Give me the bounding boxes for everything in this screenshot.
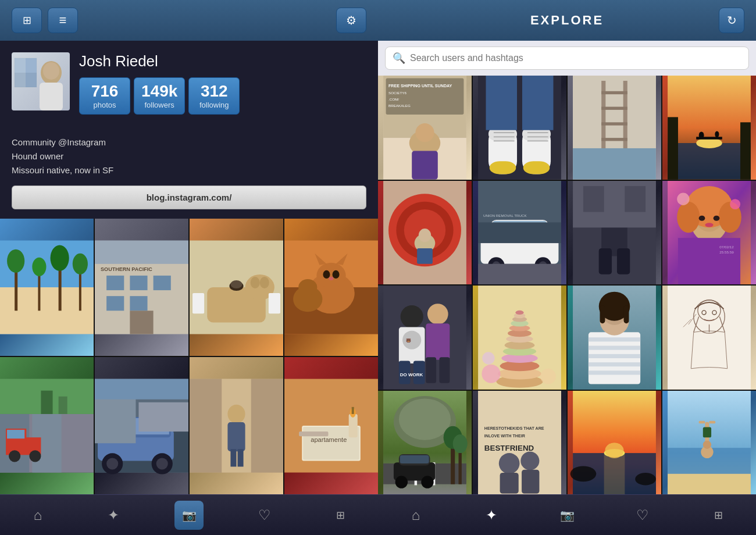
explore-photo-5[interactable] (378, 181, 472, 285)
grid-photo-2[interactable]: SOUTHERN PACIFIC (95, 219, 188, 356)
photos-count: 716 (87, 83, 123, 101)
grid-photo-8[interactable]: apartamente (284, 357, 378, 494)
left-nav-camera[interactable]: 📷 (174, 501, 204, 530)
left-nav-profile[interactable]: ⊞ (326, 501, 355, 530)
explore-photo-10[interactable] (473, 286, 566, 390)
svg-rect-210 (589, 354, 640, 358)
svg-rect-2 (15, 58, 26, 73)
following-stat[interactable]: 312 following (188, 77, 240, 115)
grid-photo-4[interactable] (284, 219, 378, 356)
right-nav-explore[interactable]: ✦ (477, 501, 506, 530)
left-nav-likes[interactable]: ♡ (250, 501, 279, 530)
right-nav-home[interactable]: ⌂ (401, 501, 430, 530)
svg-rect-73 (138, 402, 188, 431)
grid-photo-3[interactable] (190, 219, 283, 356)
refresh-button[interactable]: ↻ (719, 8, 744, 33)
followers-stat[interactable]: 149k followers (134, 77, 185, 115)
bio-line-3: Missouri native, now in SF (12, 165, 113, 175)
avatar (12, 52, 70, 110)
grid-photo-5[interactable] (0, 357, 94, 494)
bio-line-1: Community @Instagram (12, 137, 106, 147)
bio-text: Community @Instagram Hound owner Missour… (12, 135, 366, 177)
svg-point-201 (515, 311, 523, 315)
grid-photo-7[interactable] (190, 357, 283, 494)
right-nav-profile[interactable]: ⊞ (704, 501, 733, 530)
grid-view-button[interactable]: ⊞ (12, 8, 42, 33)
explore-photo-7[interactable] (568, 181, 661, 285)
right-nav-likes[interactable]: ♡ (628, 501, 657, 530)
svg-point-46 (333, 270, 340, 279)
explore-photo-1[interactable]: FREE SHIPPING UNTIL SUNDAY SOCIETY6 .COM… (378, 76, 472, 180)
left-bottom-nav: ⌂ ✦ 📷 ♡ ⊞ (0, 494, 378, 535)
profile-photo-grid: SOUTHERN PACIFIC (0, 219, 378, 494)
svg-rect-141 (417, 248, 433, 264)
home-icon: ⌂ (34, 507, 42, 523)
svg-rect-211 (589, 362, 640, 366)
star-icon: ✦ (108, 507, 119, 523)
explore-photo-4[interactable] (662, 76, 756, 180)
svg-text:SOUTHERN PACIFIC: SOUTHERN PACIFIC (101, 266, 152, 272)
right-nav-camera[interactable]: 📷 (552, 501, 582, 530)
followers-label: followers (141, 101, 177, 109)
left-nav-explore[interactable]: ✦ (99, 501, 128, 530)
explore-photo-6[interactable]: UNION REMOVAL TRUCK (473, 181, 566, 285)
explore-photo-3[interactable] (568, 76, 661, 180)
explore-photo-11[interactable] (568, 286, 661, 390)
explore-photo-16-image (662, 391, 756, 495)
grid-photo-1[interactable] (0, 219, 94, 356)
svg-rect-253 (522, 469, 539, 493)
svg-point-250 (499, 453, 520, 474)
right-panel: EXPLORE ↻ 🔍 FREE SHIPPING UNTIL SUNDAY S… (378, 0, 756, 535)
search-input[interactable] (410, 53, 741, 63)
svg-rect-90 (299, 431, 328, 436)
svg-rect-151 (478, 222, 561, 243)
gear-icon: ⚙ (346, 13, 356, 27)
explore-photo-6-image: UNION REMOVAL TRUCK (473, 181, 566, 285)
grid-photo-6[interactable] (95, 357, 188, 494)
svg-rect-186 (439, 357, 450, 383)
photos-stat[interactable]: 716 photos (79, 77, 130, 115)
explore-photo-13-image (378, 391, 472, 495)
svg-point-258 (635, 473, 656, 485)
menu-icon: ≡ (59, 13, 67, 28)
explore-photo-12[interactable] (662, 286, 756, 390)
explore-photo-15[interactable] (568, 391, 661, 495)
right-bottom-nav: ⌂ ✦ 📷 ♡ ⊞ (378, 494, 756, 535)
svg-rect-252 (500, 473, 519, 494)
svg-rect-106 (490, 161, 516, 174)
svg-point-133 (699, 131, 704, 138)
photo-3-image (190, 219, 283, 356)
svg-point-168 (699, 215, 705, 220)
explore-photo-14-image: HERESTOTHEKIDS THAT ARE INLOVE WITH THEI… (473, 391, 566, 495)
explore-photo-13[interactable] (378, 391, 472, 495)
svg-point-172 (730, 199, 740, 209)
svg-rect-270 (703, 427, 711, 437)
explore-photo-9[interactable]: 🐻 DO WORK (378, 286, 472, 390)
svg-rect-121 (601, 107, 627, 110)
svg-rect-27 (130, 311, 153, 334)
svg-point-47 (329, 277, 333, 280)
following-count: 312 (196, 83, 232, 101)
following-label: following (196, 101, 232, 109)
explore-photo-2-image (473, 76, 566, 180)
settings-button[interactable]: ⚙ (336, 8, 366, 33)
explore-photo-16[interactable] (662, 391, 756, 495)
explore-photo-14[interactable]: HERESTOTHEKIDS THAT ARE INLOVE WITH THEI… (473, 391, 566, 495)
svg-point-203 (540, 369, 556, 384)
photo-1-image (0, 219, 94, 356)
svg-rect-212 (589, 370, 640, 374)
followers-count: 149k (141, 83, 177, 101)
explore-photo-2[interactable] (473, 76, 566, 180)
explore-photo-8[interactable]: 07/02/12 25:55:59 (662, 181, 756, 285)
svg-rect-36 (269, 293, 280, 313)
list-view-button[interactable]: ≡ (48, 8, 78, 33)
left-nav-home[interactable]: ⌂ (23, 501, 52, 530)
svg-rect-130 (668, 117, 678, 179)
profile-icon-right: ⊞ (714, 509, 723, 522)
svg-rect-157 (617, 248, 630, 274)
svg-rect-77 (251, 379, 283, 472)
explore-photo-10-image (473, 286, 566, 390)
svg-rect-29 (95, 240, 188, 263)
explore-header: EXPLORE ↻ (378, 0, 756, 41)
website-link[interactable]: blog.instagram.com/ (12, 186, 366, 209)
